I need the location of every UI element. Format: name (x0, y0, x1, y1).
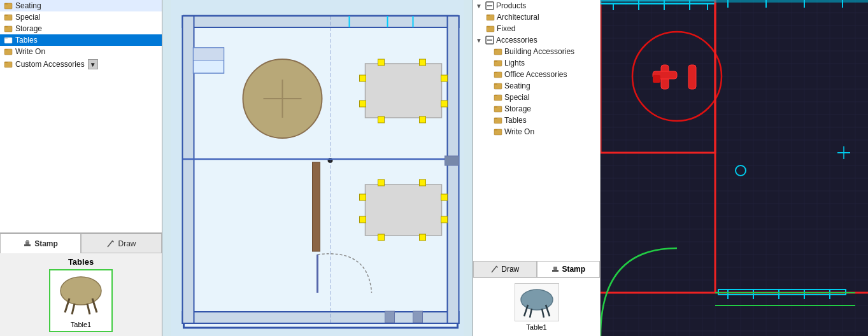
folder-building (494, 47, 502, 56)
rtree-products-label: Products (496, 1, 526, 10)
svg-rect-23 (184, 16, 458, 328)
pencil-icon (490, 265, 499, 274)
folder-tables (494, 116, 502, 125)
svg-rect-34 (420, 59, 426, 66)
svg-rect-38 (441, 101, 448, 107)
rtree-office[interactable]: Office Accessories (473, 69, 600, 80)
folder-writeon (494, 127, 502, 136)
svg-rect-83 (494, 118, 497, 119)
rtree-building-label: Building Accessories (504, 47, 574, 56)
svg-line-20 (72, 304, 75, 314)
svg-rect-3 (4, 15, 8, 16)
svg-rect-165 (601, 0, 868, 3)
rtree-special[interactable]: Special (473, 92, 600, 103)
svg-rect-32 (366, 64, 442, 118)
svg-rect-67 (487, 26, 490, 27)
right-table1-item[interactable]: Table1 (515, 283, 559, 331)
left-toolbar: Stamp Draw (0, 233, 162, 253)
svg-rect-73 (494, 60, 497, 62)
svg-rect-45 (360, 216, 366, 223)
rtree-storage-label: Storage (504, 104, 531, 113)
svg-rect-11 (4, 62, 8, 63)
canvas-area[interactable] (162, 0, 473, 336)
left-stamp-panel: Tables Table1 (0, 253, 162, 336)
svg-rect-65 (487, 15, 490, 16)
folder-icon-special (4, 13, 13, 22)
svg-rect-37 (441, 75, 448, 81)
table1-stamp-label: Table1 (53, 321, 109, 328)
folder-storage (494, 104, 502, 113)
folder-icon-custom (4, 60, 13, 69)
right-tree-panel: ▼ Products Architectural Fixed ▼ Accesso… (473, 0, 601, 336)
draw-button[interactable]: Draw (81, 234, 162, 253)
rtree-writeon-label: Write On (504, 127, 534, 136)
rtree-lights[interactable]: Lights (473, 57, 600, 69)
rtree-fixed-label: Fixed (497, 24, 515, 33)
scroll-down-btn[interactable]: ▼ (88, 59, 98, 69)
tree-item-custom[interactable]: Custom Accessories ▼ (0, 57, 162, 71)
rtree-fixed[interactable]: Fixed (473, 23, 600, 34)
rtree-accessories[interactable]: ▼ Accessories (473, 34, 600, 46)
expand-accessories[interactable]: ▼ (476, 37, 483, 44)
svg-rect-7 (4, 38, 8, 39)
rtree-special-label: Special (504, 93, 529, 102)
svg-point-90 (521, 290, 553, 310)
svg-rect-88 (552, 270, 559, 272)
checkbox-accessories (485, 36, 494, 45)
folder-seating (494, 81, 502, 90)
table1-stamp-item[interactable]: Table1 (49, 269, 113, 332)
svg-rect-42 (378, 179, 385, 186)
svg-rect-77 (494, 83, 497, 85)
tree-item-writeon[interactable]: Write On (0, 46, 162, 57)
right-draw-button[interactable]: Draw (473, 261, 537, 277)
svg-rect-9 (4, 49, 8, 50)
rtree-architectural-label: Architectural (497, 13, 539, 22)
svg-rect-43 (420, 179, 426, 186)
rtree-tables[interactable]: Tables (473, 115, 600, 126)
floor-plan-canvas (162, 0, 473, 336)
right-stamp-button[interactable]: Stamp (537, 261, 601, 277)
svg-rect-49 (420, 234, 426, 241)
svg-rect-60 (413, 311, 423, 323)
svg-rect-41 (366, 185, 442, 235)
stamp-icon (551, 265, 560, 274)
folder-fixed (486, 24, 495, 33)
rtree-architectural[interactable]: Architectural (473, 11, 600, 23)
tree-item-special[interactable]: Special (0, 11, 162, 23)
folder-lights (494, 59, 502, 67)
rtree-products[interactable]: ▼ Products (473, 0, 600, 11)
rtree-tables-label: Tables (504, 116, 527, 125)
svg-rect-75 (494, 72, 497, 73)
left-panel: Seating Special Storage Tables Write On (0, 0, 162, 336)
selected-category-label: Tables (4, 257, 158, 267)
dark-canvas (601, 0, 868, 336)
table1-icon (55, 273, 106, 318)
rtree-writeon[interactable]: Write On (473, 126, 600, 137)
rtree-lights-label: Lights (504, 59, 525, 67)
tree-item-storage[interactable]: Storage (0, 23, 162, 34)
right-tree-content: ▼ Products Architectural Fixed ▼ Accesso… (473, 0, 600, 261)
svg-rect-61 (445, 156, 459, 165)
svg-rect-36 (360, 101, 366, 107)
svg-rect-79 (494, 95, 497, 96)
svg-rect-48 (378, 234, 385, 241)
tree-item-seating[interactable]: Seating (0, 0, 162, 11)
folder-icon-storage (4, 24, 13, 33)
rtree-building[interactable]: Building Accessories (473, 46, 600, 57)
rtree-storage[interactable]: Storage (473, 103, 600, 115)
stamp-button[interactable]: Stamp (0, 234, 81, 253)
expand-products[interactable]: ▼ (476, 3, 483, 10)
tree-item-tables[interactable]: Tables (0, 34, 162, 46)
folder-icon-writeon (4, 47, 13, 56)
right-table1-img (515, 283, 559, 321)
rtree-seating[interactable]: Seating (473, 80, 600, 92)
svg-rect-33 (378, 59, 385, 66)
svg-rect-12 (24, 244, 31, 246)
svg-rect-5 (4, 26, 8, 27)
folder-special (494, 93, 502, 102)
svg-point-17 (60, 277, 101, 305)
svg-rect-71 (494, 49, 497, 50)
svg-rect-58 (313, 162, 320, 251)
rtree-seating-label: Seating (504, 81, 530, 90)
right-stamp-results: Table1 (473, 278, 600, 336)
